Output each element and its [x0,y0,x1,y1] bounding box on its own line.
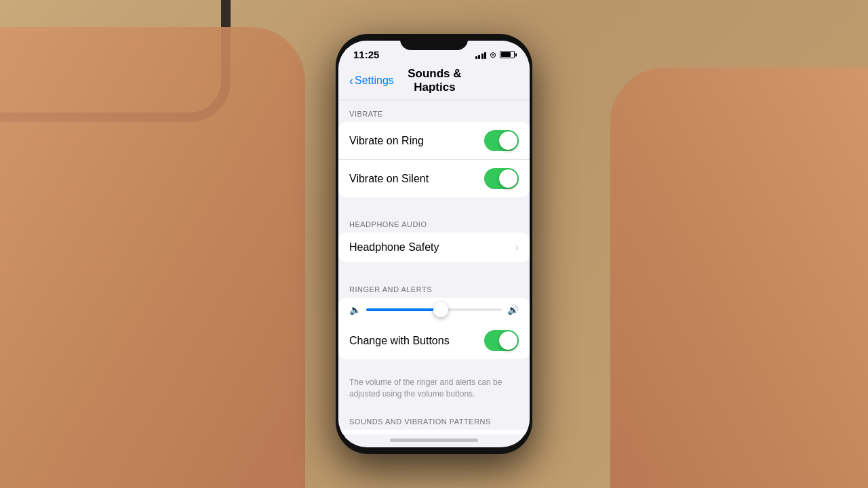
phone-screen: 11:25 ⊜ ‹ Se [338,41,530,447]
back-button[interactable]: ‹ Settings [349,75,394,87]
hand-left [0,27,305,488]
vibrate-on-ring-toggle[interactable] [484,130,519,151]
change-with-buttons-toggle[interactable] [484,330,519,351]
page-title: Sounds & Haptics [394,67,475,94]
vibrate-on-ring-row[interactable]: Vibrate on Ring [338,122,530,160]
section-header-headphone: HEADPHONE AUDIO [338,211,530,232]
battery-icon [500,51,515,58]
hand-right [610,68,868,488]
toggle-thumb [499,169,517,188]
battery-fill [501,52,511,57]
section-header-ringer: RINGER AND ALERTS [338,276,530,298]
volume-high-icon: 🔊 [507,304,519,315]
headphone-group: Headphone Safety › [338,232,530,262]
section-header-sounds: SOUNDS AND VIBRATION PATTERNS [338,408,530,430]
home-indicator[interactable] [390,439,478,442]
signal-bars-icon [475,51,487,59]
volume-slider-row[interactable]: 🔈 🔊 [338,298,530,322]
vibrate-on-ring-label: Vibrate on Ring [349,135,484,147]
status-time: 11:25 [353,49,379,60]
volume-low-icon: 🔈 [349,304,361,315]
vibrate-on-silent-toggle[interactable] [484,168,519,189]
vibrate-on-silent-row[interactable]: Vibrate on Silent [338,160,530,197]
change-with-buttons-label: Change with Buttons [349,335,484,347]
sounds-group: Ringtone Reflection › Text Tone Note › N… [338,430,530,434]
scene: 11:25 ⊜ ‹ Se [0,0,868,488]
headphone-safety-chevron-icon: › [515,241,519,253]
wifi-icon: ⊜ [490,50,496,60]
change-with-buttons-row[interactable]: Change with Buttons [338,322,530,359]
change-with-buttons-description: The volume of the ringer and alerts can … [338,373,530,408]
vibrate-on-silent-label: Vibrate on Silent [349,173,484,185]
phone: 11:25 ⊜ ‹ Se [336,34,532,454]
nav-bar: ‹ Settings Sounds & Haptics [338,63,530,100]
volume-slider-thumb[interactable] [433,302,448,317]
content-scroll[interactable]: VIBRATE Vibrate on Ring Vibrate on Silen… [338,100,530,434]
vibrate-group: Vibrate on Ring Vibrate on Silent [338,122,530,197]
ringtone-row[interactable]: Ringtone Reflection › [338,430,530,434]
toggle-thumb [499,331,517,350]
back-chevron-icon: ‹ [349,75,353,87]
volume-slider-track[interactable] [366,308,502,311]
section-header-vibrate: VIBRATE [338,100,530,122]
volume-slider-fill [366,308,441,311]
status-icons: ⊜ [475,50,515,60]
ringer-group: 🔈 🔊 Change with Buttons [338,298,530,359]
notch [400,34,468,50]
toggle-thumb [499,131,517,150]
headphone-safety-row[interactable]: Headphone Safety › [338,232,530,262]
headphone-safety-label: Headphone Safety [349,241,515,253]
